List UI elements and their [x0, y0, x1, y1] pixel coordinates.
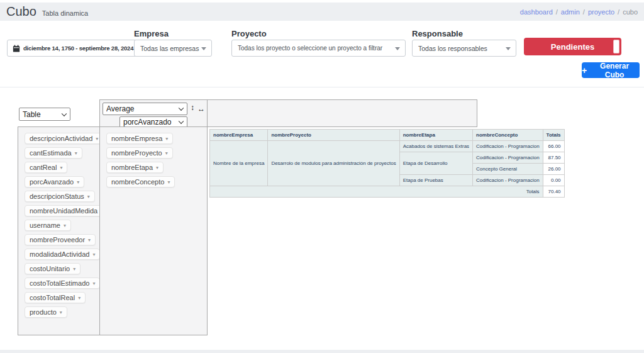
dropdown-triangle-icon: ▾: [75, 150, 77, 156]
attribute-pill-label: descripcionStatus: [30, 193, 84, 200]
breadcrumb-current: cubo: [623, 8, 638, 16]
attribute-pill-cantEstimada[interactable]: cantEstimada▾: [25, 147, 82, 159]
caret-down-icon: [395, 47, 400, 50]
responsable-label: Responsable: [412, 29, 463, 38]
attribute-pill-cantReal[interactable]: cantReal▾: [25, 162, 67, 173]
dropdown-triangle-icon: ▾: [64, 223, 66, 228]
aggregator-select[interactable]: Average: [103, 103, 187, 115]
attribute-pill-nombreEtapa[interactable]: nombreEtapa▾: [106, 162, 164, 173]
proyecto-row-label: Desarrolo de modulos para administración…: [268, 141, 399, 186]
bottom-strip: [0, 350, 644, 353]
attribute-pill-costoUnitario[interactable]: costoUnitario▾: [25, 263, 80, 274]
breadcrumb-link-proyecto[interactable]: proyecto: [588, 8, 614, 16]
attribute-pill-descripcionActividad[interactable]: descripcionActividad▾: [25, 133, 103, 144]
dropdown-triangle-icon: ▾: [167, 179, 170, 185]
attribute-pill-nombreUnidadMedida[interactable]: nombreUnidadMedida▾: [25, 205, 108, 216]
title-group: Cubo Tabla dinamica: [6, 4, 88, 19]
attribute-pill-label: descripcionActividad: [30, 135, 92, 142]
attribute-pill-label: modalidadActividad: [30, 250, 89, 258]
breadcrumb-separator: /: [583, 8, 585, 16]
page-title: Cubo: [6, 4, 36, 19]
breadcrumb-link-admin[interactable]: admin: [561, 8, 580, 16]
attribute-pill-nombreConcepto[interactable]: nombreConcepto▾: [106, 176, 175, 188]
attribute-pill-costoTotalReal[interactable]: costoTotalReal▾: [25, 292, 86, 303]
caret-down-icon: [506, 47, 511, 50]
attribute-pill-nombreEmpresa[interactable]: nombreEmpresa▾: [106, 133, 173, 144]
attribute-pill-label: nombreProveedor: [30, 236, 85, 244]
row-attributes-dropzone[interactable]: nombreEmpresa▾ nombreProyecto▾ nombreEta…: [99, 126, 208, 335]
dropdown-triangle-icon: ▾: [87, 194, 90, 199]
value-cell: 0.00: [543, 175, 564, 186]
pivot-table: nombreEmpresa nombreProyecto nombreEtapa…: [209, 129, 565, 198]
dropdown-triangle-icon: ▾: [78, 295, 80, 301]
dropdown-triangle-icon: ▾: [73, 266, 75, 272]
dropdown-triangle-icon: ▾: [92, 252, 95, 257]
renderer-select-wrap: Table: [19, 108, 70, 121]
etapa-row-label: Acabados de sistemas Extras: [399, 141, 472, 152]
empresa-selected-value: Todas las empresas: [140, 45, 199, 52]
concepto-row-label: Codificacion - Programacion: [473, 175, 543, 186]
grand-total-cell: 70.40: [543, 186, 564, 198]
attribute-pill-producto[interactable]: producto▾: [25, 306, 67, 318]
attribute-pill-label: username: [30, 221, 60, 229]
move-horizontal-button[interactable]: ↔: [197, 105, 205, 113]
proyecto-label: Proyecto: [231, 29, 267, 38]
move-vertical-button[interactable]: ↕: [191, 104, 194, 111]
plus-icon: +: [582, 66, 587, 75]
concepto-row-label: Codificacion - Programacion: [473, 152, 543, 164]
page: Cubo Tabla dinamica dashboard / admin / …: [0, 0, 644, 353]
attribute-pill-porcAvanzado[interactable]: porcAvanzado▾: [25, 176, 84, 188]
attribute-pill-label: costoUnitario: [30, 265, 70, 272]
filter-panel: diciembre 14, 1750 - septiembre 28, 2024…: [0, 21, 644, 87]
etapa-row-label: Etapa de Desarrollo: [399, 152, 472, 175]
pendientes-button[interactable]: Pendientes: [524, 38, 621, 55]
date-range-value: diciembre 14, 1750 - septiembre 28, 2024: [23, 45, 133, 52]
breadcrumb-separator: /: [556, 8, 558, 16]
concepto-row-label: Codificacion - Programacion: [473, 141, 543, 152]
dropdown-triangle-icon: ▾: [165, 136, 168, 142]
attribute-pill-label: nombreEmpresa: [111, 135, 162, 142]
attribute-pill-label: costoTotalReal: [30, 294, 75, 301]
proyecto-selected-value: Todas los proyecto o seleccione un proye…: [238, 45, 382, 52]
date-range-picker[interactable]: diciembre 14, 1750 - septiembre 28, 2024: [7, 40, 148, 57]
breadcrumb-link-dashboard[interactable]: dashboard: [520, 8, 553, 16]
unused-attributes-dropzone[interactable]: descripcionActividad▾ cantEstimada▾ cant…: [18, 126, 100, 335]
page-header: Cubo Tabla dinamica dashboard / admin / …: [0, 3, 644, 21]
empresa-row-label: Nombre de la empresa: [210, 141, 268, 186]
dropdown-triangle-icon: ▾: [92, 281, 95, 286]
attribute-pill-descripcionStatus[interactable]: descripcionStatus▾: [25, 191, 95, 202]
attribute-pill-label: producto: [30, 308, 57, 316]
breadcrumb-separator: /: [618, 8, 619, 16]
attribute-pill-label: costoTotalEstimado: [30, 279, 89, 287]
attribute-pill-label: nombreUnidadMedida: [30, 207, 97, 215]
dropdown-triangle-icon: ▾: [165, 150, 168, 156]
column-header: nombreEtapa: [399, 130, 472, 141]
column-attributes-dropzone[interactable]: [207, 99, 477, 127]
aggregator-select-wrap: Average: [103, 103, 187, 115]
concepto-row-label: Concepto General: [473, 164, 543, 175]
attribute-pill-modalidadActividad[interactable]: modalidadActividad▾: [25, 249, 100, 260]
attribute-pill-username[interactable]: username▾: [25, 220, 71, 231]
dropdown-triangle-icon: ▾: [96, 136, 98, 142]
attribute-pill-nombreProveedor[interactable]: nombreProveedor▾: [25, 234, 96, 245]
attribute-pill-label: cantEstimada: [30, 149, 72, 157]
attribute-pill-label: nombreProyecto: [111, 149, 162, 157]
proyecto-select[interactable]: Todas los proyecto o seleccione un proye…: [231, 40, 406, 57]
empresa-select[interactable]: Todas las empresas: [134, 40, 212, 57]
dropdown-triangle-icon: ▾: [156, 165, 158, 171]
empresa-label: Empresa: [134, 29, 169, 38]
attribute-pill-label: nombreConcepto: [111, 178, 164, 186]
responsable-select[interactable]: Todas los responsables: [412, 40, 516, 57]
pendientes-label: Pendientes: [551, 42, 594, 52]
table-row: Nombre de la empresa Desarrolo de modulo…: [210, 141, 565, 152]
dropdown-triangle-icon: ▾: [88, 237, 91, 243]
generar-cubo-button[interactable]: + Generar Cubo: [582, 62, 640, 78]
attribute-pill-costoTotalEstimado[interactable]: costoTotalEstimado▾: [25, 277, 100, 289]
value-cell: 87.50: [543, 152, 564, 164]
attribute-pill-nombreProyecto[interactable]: nombreProyecto▾: [106, 147, 173, 159]
attribute-pill-label: nombreEtapa: [111, 164, 153, 171]
column-header: nombreConcepto: [473, 130, 543, 141]
renderer-select[interactable]: Table: [19, 108, 70, 121]
value-cell: 66.00: [543, 141, 564, 152]
totals-row: Totals 70.40: [210, 186, 565, 198]
